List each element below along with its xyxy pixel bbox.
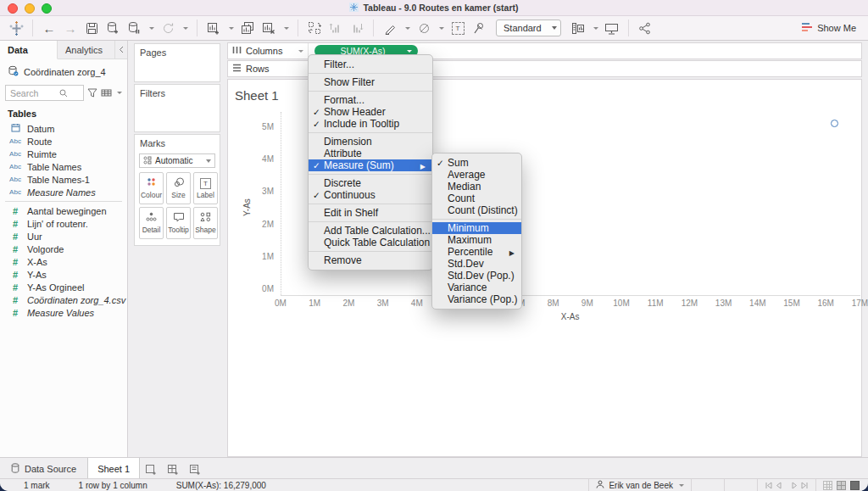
menu-item-std-dev-pop[interactable]: Std.Dev (Pop.)	[432, 270, 521, 282]
tab-analytics[interactable]: Analytics	[58, 41, 115, 59]
menu-item-continuous[interactable]: ✓Continuous	[309, 189, 432, 201]
pause-auto-updates-caret-icon[interactable]	[149, 27, 154, 30]
search-input[interactable]	[10, 88, 59, 98]
menu-item-add-table-calculation[interactable]: Add Table Calculation...	[309, 225, 432, 237]
field-measure-values[interactable]: #Measure Values	[0, 306, 127, 319]
menu-item-variance-pop[interactable]: Variance (Pop.)	[432, 293, 521, 305]
menu-item-show-filter[interactable]: Show Filter	[309, 76, 432, 88]
menu-item-quick-table-calculation[interactable]: Quick Table Calculation	[309, 237, 432, 248]
collapse-panel-icon[interactable]	[115, 41, 127, 59]
new-story-tab-icon[interactable]	[184, 458, 206, 479]
menu-item-show-header[interactable]: ✓Show Header	[309, 106, 432, 118]
detail-button[interactable]: Detail	[139, 207, 164, 239]
user-menu[interactable]: Erik van de Beek	[588, 479, 691, 491]
menu-item-average[interactable]: Average	[432, 169, 521, 181]
clear-sheet-icon[interactable]	[261, 20, 276, 36]
field-route[interactable]: AbcRoute	[0, 135, 127, 148]
menu-item-edit-in-shelf[interactable]: Edit in Shelf	[309, 207, 432, 219]
menu-item-percentile[interactable]: Percentile	[432, 246, 521, 258]
clear-sheet-caret-icon[interactable]	[284, 27, 289, 30]
menu-item-attribute[interactable]: Attribute	[309, 148, 432, 159]
menu-item-format[interactable]: Format...	[309, 94, 432, 106]
swap-axes-icon[interactable]	[307, 20, 322, 36]
fix-axes-pin-icon[interactable]	[471, 20, 487, 36]
highlight-pen-icon[interactable]	[382, 20, 398, 36]
view-options-icon[interactable]	[101, 86, 112, 101]
menu-item-maximum[interactable]: Maximum	[432, 234, 521, 246]
redo-icon[interactable]: →	[63, 20, 78, 36]
save-icon[interactable]	[84, 20, 99, 36]
field-co-rdinaten-zorg-4-csv-[interactable]: #Coördinaten zorg_4.csv (...	[0, 293, 127, 306]
group-caret-icon[interactable]	[439, 27, 444, 30]
tab-sheet-1[interactable]: Sheet 1	[87, 458, 140, 479]
label-button[interactable]: Label	[193, 172, 218, 204]
tab-data[interactable]: Data	[0, 41, 58, 59]
filters-card[interactable]: Filters	[134, 84, 220, 132]
menu-item-include-in-tooltip[interactable]: ✓Include in Tooltip	[309, 118, 432, 130]
pill-caret-icon[interactable]	[407, 50, 412, 53]
new-worksheet-tab-icon[interactable]	[140, 458, 162, 479]
presentation-mode-icon[interactable]	[604, 20, 620, 36]
new-datasource-icon[interactable]	[105, 20, 120, 36]
duplicate-sheet-icon[interactable]	[240, 20, 255, 36]
field-y-as-orgineel[interactable]: #Y-As Orgineel	[0, 281, 127, 293]
data-point-circle[interactable]	[831, 120, 838, 127]
show-mark-labels-icon[interactable]	[450, 20, 465, 36]
undo-icon[interactable]: ←	[42, 20, 57, 36]
new-worksheet-icon[interactable]	[206, 20, 221, 36]
sort-ascending-icon[interactable]	[328, 20, 343, 36]
field-x-as[interactable]: #X-As	[0, 255, 127, 268]
menu-item-discrete[interactable]: Discrete	[309, 177, 432, 189]
menu-item-sum[interactable]: ✓Sum	[432, 157, 521, 169]
field-lijn-of-routenr-[interactable]: #Lijn' of routenr.	[0, 217, 127, 230]
tooltip-button[interactable]: Tooltip	[166, 207, 191, 239]
group-members-icon[interactable]	[416, 20, 431, 36]
new-worksheet-caret-icon[interactable]	[229, 27, 234, 30]
menu-item-median[interactable]: Median	[432, 181, 521, 192]
field-table-names-1[interactable]: AbcTable Names-1	[0, 173, 127, 186]
field-y-as[interactable]: #Y-As	[0, 268, 127, 281]
datasource-item[interactable]: Coördinaten zorg_4	[0, 59, 127, 83]
menu-item-remove[interactable]: Remove	[309, 254, 432, 266]
menu-item-std-dev[interactable]: Std.Dev	[432, 258, 521, 270]
sheet-navigation[interactable]	[757, 479, 815, 491]
menu-item-measure-sum[interactable]: ✓Measure (Sum)	[309, 159, 432, 171]
field-uur[interactable]: #Uur	[0, 230, 127, 243]
field-volgorde[interactable]: #Volgorde	[0, 243, 127, 255]
small-grid-icon[interactable]	[823, 481, 832, 490]
search-input-box[interactable]	[5, 85, 84, 101]
colour-button[interactable]: Colour	[139, 172, 164, 204]
field-measure-names[interactable]: AbcMeasure Names	[0, 186, 127, 198]
show-hide-cards-caret-icon[interactable]	[593, 27, 598, 30]
fit-selector[interactable]: Standard	[496, 20, 561, 36]
sort-descending-icon[interactable]	[349, 20, 364, 36]
pages-card[interactable]: Pages	[134, 43, 220, 82]
menu-item-minimum[interactable]: Minimum	[432, 222, 521, 234]
view-options-caret-icon[interactable]	[117, 92, 122, 94]
show-hide-cards-icon[interactable]	[570, 20, 586, 36]
medium-grid-icon[interactable]	[837, 481, 846, 490]
menu-item-filter[interactable]: Filter...	[309, 59, 432, 70]
refresh-caret-icon[interactable]	[183, 27, 188, 30]
menu-item-dimension[interactable]: Dimension	[309, 136, 432, 148]
data-source-tab[interactable]: Data Source	[0, 458, 87, 479]
field-table-names[interactable]: AbcTable Names	[0, 160, 127, 173]
highlight-caret-icon[interactable]	[405, 27, 410, 30]
shape-button[interactable]: Shape	[193, 207, 218, 239]
tableau-logo-icon[interactable]	[8, 20, 24, 36]
menu-item-variance[interactable]: Variance	[432, 282, 521, 293]
large-grid-icon[interactable]	[850, 481, 860, 490]
field-aantal-bewegingen[interactable]: #Aantal bewegingen	[0, 204, 127, 217]
show-me-button[interactable]: Show Me	[802, 22, 860, 35]
mark-type-dropdown[interactable]: Automatic	[139, 153, 215, 168]
size-button[interactable]: Size	[166, 172, 191, 204]
view-size-toggles[interactable]	[815, 479, 868, 491]
filter-fields-icon[interactable]	[87, 86, 97, 101]
share-icon[interactable]	[637, 20, 653, 36]
new-dashboard-tab-icon[interactable]	[162, 458, 184, 479]
menu-item-count-distinct[interactable]: Count (Distinct)	[432, 204, 521, 216]
refresh-icon[interactable]	[160, 20, 175, 36]
field-ruimte[interactable]: AbcRuimte	[0, 148, 127, 160]
pause-auto-updates-icon[interactable]	[126, 20, 142, 36]
columns-caret-icon[interactable]	[298, 50, 303, 53]
